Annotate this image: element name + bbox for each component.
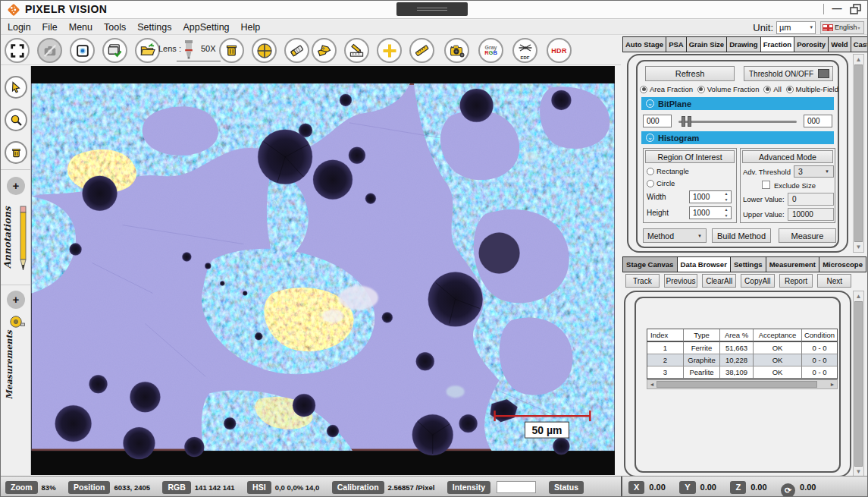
radio-volume-fraction[interactable]: Volume Fraction	[697, 85, 760, 93]
radio-circle[interactable]: Circle	[647, 179, 675, 187]
radio-rectangle[interactable]: Rectangle	[647, 167, 689, 175]
tab-measurement[interactable]: Measurement	[766, 256, 819, 272]
spin-down-icon[interactable]: ▼	[725, 214, 729, 218]
advanced-mode-button[interactable]: Advanced Mode	[742, 150, 833, 163]
scroll-down-icon[interactable]: ▼	[854, 242, 863, 252]
scroll-up-icon[interactable]: ▲	[854, 291, 863, 301]
add-annotation-button[interactable]: +	[7, 177, 25, 195]
delete-annotation-button[interactable]	[219, 38, 244, 63]
scroll-up-icon[interactable]: ▲	[854, 55, 863, 64]
edf-button[interactable]: EDF	[512, 38, 537, 63]
crosshair-button[interactable]	[377, 38, 402, 63]
measurements-group[interactable]: Measurements	[1, 313, 31, 404]
copy-all-button[interactable]: CopyAll	[741, 274, 775, 288]
annotate-button[interactable]	[344, 38, 369, 63]
bitplane-slider-track[interactable]	[678, 121, 797, 123]
gray-rgb-button[interactable]: Gray RGB	[478, 38, 503, 63]
roi-header-button[interactable]: Region Of Interest	[645, 150, 735, 163]
menu-tools[interactable]: Tools	[104, 22, 126, 33]
radio-all[interactable]: All	[763, 85, 782, 93]
menu-appsetting[interactable]: AppSetting	[183, 22, 229, 33]
threshold-toggle-button[interactable]: Threshold ON/OFF	[744, 66, 833, 81]
next-button[interactable]: Next	[817, 274, 851, 288]
lens-selector[interactable]: Lens : 50X	[158, 39, 223, 62]
scrollbar-thumb[interactable]	[854, 301, 863, 467]
menu-menu[interactable]: Menu	[69, 22, 92, 33]
radio-area-fraction[interactable]: Area Fraction	[640, 85, 693, 93]
bitplane-slider-handle-high[interactable]	[688, 116, 691, 127]
measure-button[interactable]: Measure	[779, 228, 836, 243]
menu-settings[interactable]: Settings	[137, 22, 171, 33]
bitplane-header[interactable]: ⌄ BitPlane	[641, 97, 834, 110]
build-method-button[interactable]: Build Method	[712, 228, 771, 243]
tab-casting[interactable]: Casting	[851, 36, 868, 52]
exclude-size-checkbox[interactable]	[762, 181, 770, 189]
menu-file[interactable]: File	[42, 22, 58, 33]
previous-button[interactable]: Previous	[664, 274, 698, 288]
tab-porosity[interactable]: Porosity	[794, 36, 829, 52]
table-hscrollbar[interactable]: ◄ ►	[647, 379, 838, 389]
add-measurement-button[interactable]: +	[7, 291, 25, 309]
live-view-button[interactable]	[70, 38, 95, 63]
camera-off-button[interactable]	[37, 38, 62, 63]
radio-multiple-field[interactable]: Multiple-Field	[786, 85, 839, 93]
minimize-button[interactable]: —	[829, 2, 844, 16]
language-select[interactable]: English ▾	[820, 21, 864, 34]
width-input[interactable]: 1000 ▲▼	[689, 190, 732, 203]
spin-up-icon[interactable]: ▲	[725, 208, 729, 212]
image-viewport[interactable]: 50 µm	[31, 66, 615, 475]
adv-threshold-select[interactable]: 3 ▼	[794, 165, 834, 178]
spin-up-icon[interactable]: ▲	[725, 192, 729, 196]
open-folder-button[interactable]	[135, 38, 160, 63]
tab-grain-size[interactable]: Grain Size	[686, 36, 727, 52]
hscrollbar-thumb[interactable]	[656, 381, 817, 388]
tab-microscope[interactable]: Microscope	[819, 256, 866, 272]
intensity-input[interactable]	[497, 481, 536, 493]
method-select[interactable]: Method ▼	[643, 228, 707, 243]
tab-fraction[interactable]: Fraction	[760, 36, 794, 52]
lower-value-input[interactable]: 0	[788, 193, 834, 206]
hdr-button[interactable]: HDR	[547, 38, 572, 63]
menu-login[interactable]: Login	[8, 22, 31, 33]
tab-data-browser[interactable]: Data Browser	[677, 256, 731, 272]
tab-settings[interactable]: Settings	[730, 256, 766, 272]
fit-screen-button[interactable]	[5, 38, 30, 63]
unit-select[interactable]: µm ▾	[776, 21, 816, 34]
tags-button[interactable]	[312, 38, 337, 63]
refresh-button[interactable]: Refresh	[645, 66, 735, 81]
menu-help[interactable]: Help	[241, 22, 261, 33]
restore-button[interactable]	[849, 3, 863, 15]
fraction-scrollbar[interactable]: ▲ ▼	[853, 54, 864, 253]
bitplane-high-input[interactable]: 000	[804, 115, 832, 127]
track-button[interactable]: Track	[625, 274, 660, 288]
tab-weld[interactable]: Weld	[828, 36, 851, 52]
clear-all-button[interactable]: ClearAll	[702, 274, 736, 288]
data-browser-scrollbar[interactable]: ▲ ▼	[853, 291, 864, 477]
tab-stage-canvas[interactable]: Stage Canvas	[622, 256, 678, 272]
report-button[interactable]: Report	[779, 274, 813, 288]
delete-tool-button[interactable]	[5, 141, 27, 164]
eraser-button[interactable]	[284, 38, 309, 63]
zoom-tool-button[interactable]	[5, 109, 27, 131]
scroll-left-icon[interactable]: ◄	[647, 380, 656, 388]
spin-down-icon[interactable]: ▼	[725, 198, 729, 202]
bitplane-low-input[interactable]: 000	[643, 115, 672, 127]
histogram-header[interactable]: ⌄ Histogram	[641, 131, 834, 144]
save-images-button[interactable]	[102, 38, 127, 63]
table-row[interactable]: 1 Ferrite 51,663 OK 0 - 0	[647, 342, 837, 354]
height-input[interactable]: 1000 ▲▼	[689, 206, 732, 219]
tab-auto-stage[interactable]: Auto Stage	[622, 36, 666, 52]
measure-ruler-button[interactable]	[409, 38, 434, 63]
tab-drawing[interactable]: Drawing	[726, 36, 760, 52]
toolbar-grab-handle[interactable]	[396, 2, 468, 16]
annotations-group[interactable]: Annotations	[1, 199, 31, 278]
table-row[interactable]: 2 Graphite 10,228 OK 0 - 0	[647, 354, 837, 366]
table-row[interactable]: 3 Pearlite 38,109 OK 0 - 0	[647, 366, 837, 379]
tab-psa[interactable]: PSA	[666, 36, 687, 52]
scrollbar-thumb[interactable]	[854, 64, 863, 242]
capture-settings-button[interactable]	[444, 38, 469, 63]
select-cursor-button[interactable]	[5, 76, 27, 99]
bitplane-slider-handle-low[interactable]	[682, 116, 685, 127]
scroll-right-icon[interactable]: ►	[828, 380, 837, 388]
upper-value-input[interactable]: 10000	[788, 208, 834, 221]
